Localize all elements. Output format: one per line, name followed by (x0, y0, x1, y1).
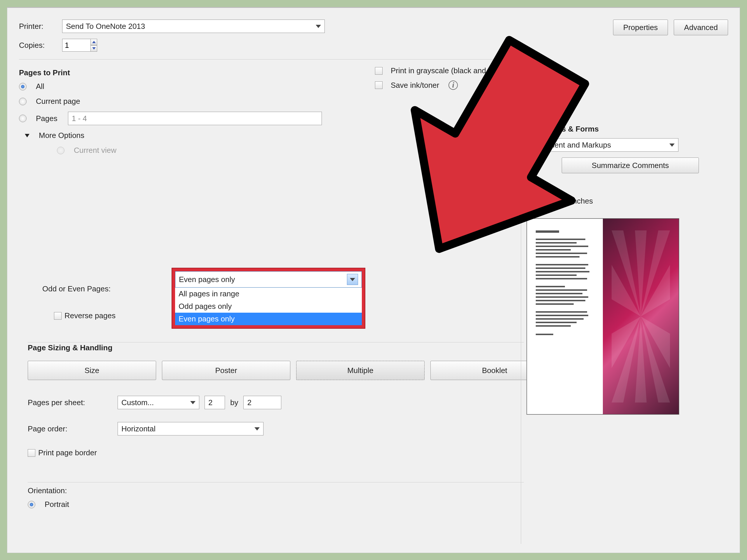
page-sizing-heading: Page Sizing & Handling (28, 343, 112, 352)
reverse-pages-checkbox[interactable] (54, 312, 61, 320)
current-view-label: Current view (74, 146, 117, 155)
pages-all-label: All (36, 82, 44, 91)
multiple-button[interactable]: Multiple (296, 361, 424, 380)
print-border-label: Print page border (38, 448, 97, 457)
current-view-radio (57, 147, 65, 154)
odd-even-label: Odd or Even Pages: (42, 284, 110, 293)
pages-current-label: Current page (36, 97, 80, 106)
page-order-label: Page order: (28, 424, 112, 433)
chevron-up-icon (92, 41, 96, 43)
portrait-label: Portrait (45, 500, 69, 509)
pages-current-radio[interactable] (19, 98, 27, 105)
pages-range-input[interactable]: 1 - 4 (68, 112, 322, 125)
size-button[interactable]: Size (28, 361, 156, 380)
dropdown-toggle-button[interactable] (347, 274, 358, 285)
pps-by-label: by (230, 398, 238, 407)
orientation-heading: Orientation: (28, 486, 69, 495)
pages-range-radio[interactable] (19, 115, 27, 122)
printer-value: Send To OneNote 2013 (66, 22, 145, 31)
copies-spinner[interactable] (62, 39, 97, 52)
copies-label: Copies: (19, 41, 57, 50)
reverse-pages-label: Reverse pages (65, 311, 115, 320)
pages-all-radio[interactable] (19, 83, 27, 90)
odd-even-dropdown[interactable]: Even pages only All pages in range Odd p… (172, 268, 365, 328)
printer-label: Printer: (19, 22, 57, 31)
more-options-toggle[interactable]: More Options (39, 131, 84, 140)
pages-range-label: Pages (36, 114, 57, 123)
pages-per-sheet-select[interactable]: Custom... (118, 396, 199, 409)
chevron-down-icon (190, 401, 196, 404)
chevron-down-icon (316, 25, 321, 28)
disclosure-down-icon[interactable] (25, 134, 29, 137)
pages-per-sheet-label: Pages per sheet: (28, 398, 112, 407)
odd-even-selected[interactable]: Even pages only (175, 271, 362, 288)
advanced-button[interactable]: Advanced (674, 20, 728, 35)
copies-input[interactable] (62, 39, 91, 52)
copies-up-button[interactable] (91, 39, 97, 45)
page-order-select[interactable]: Horizontal (118, 422, 263, 435)
dropdown-option-all[interactable]: All pages in range (175, 288, 362, 300)
annotation-arrow-icon (359, 29, 621, 292)
poster-button[interactable]: Poster (162, 361, 290, 380)
pps-rows-input[interactable]: 2 (243, 396, 281, 409)
print-border-checkbox[interactable] (28, 449, 35, 457)
dropdown-option-odd[interactable]: Odd pages only (175, 300, 362, 313)
pps-cols-input[interactable]: 2 (205, 396, 225, 409)
dropdown-option-even[interactable]: Even pages only (175, 313, 362, 325)
copies-down-button[interactable] (91, 45, 97, 52)
portrait-radio[interactable] (28, 501, 35, 508)
chevron-down-icon (92, 47, 96, 50)
chevron-down-icon (254, 427, 260, 430)
printer-select[interactable]: Send To OneNote 2013 (62, 20, 325, 33)
chevron-down-icon (669, 143, 675, 147)
chevron-down-icon (350, 278, 355, 281)
